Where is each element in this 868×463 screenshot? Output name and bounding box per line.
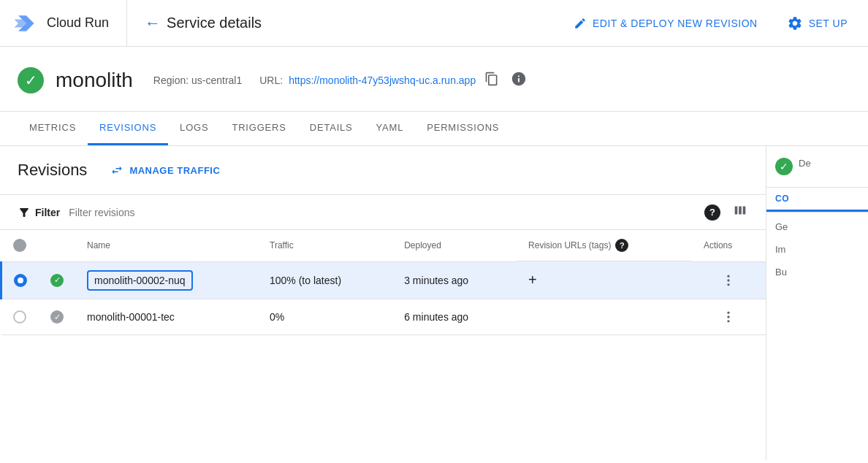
- column-toggle-icon[interactable]: [732, 202, 748, 222]
- traffic-cell-2: 0%: [258, 299, 392, 335]
- deployed-cell-1: 3 minutes ago: [392, 261, 517, 299]
- deployed-cell-2: 6 minutes ago: [392, 299, 517, 335]
- side-tab-co[interactable]: CO: [766, 188, 868, 212]
- service-status-icon: ✓: [18, 67, 44, 93]
- th-revision-urls: Revision URLs (tags) ?: [517, 230, 692, 261]
- nav-brand: Cloud Run: [12, 0, 127, 46]
- side-panel: ✓ De CO Ge Im Bu: [766, 146, 868, 460]
- status-grey-icon-2: ✓: [50, 310, 64, 324]
- svg-point-4: [728, 283, 730, 286]
- revisions-header: Revisions MANAGE TRAFFIC: [0, 146, 766, 195]
- actions-cell-1: [692, 261, 766, 299]
- main-content: Revisions MANAGE TRAFFIC Filter ?: [0, 146, 868, 460]
- pencil-icon: [574, 17, 587, 30]
- back-arrow-icon: ←: [145, 14, 161, 33]
- revision-urls-help-icon[interactable]: ?: [615, 239, 628, 252]
- service-name: monolith: [56, 69, 133, 92]
- filter-bar: Filter ?: [0, 195, 766, 230]
- side-panel-top: ✓ De: [766, 146, 868, 188]
- status-green-icon-1: ✓: [50, 274, 64, 287]
- radio-button-1[interactable]: [14, 274, 27, 287]
- side-items: Ge Im Bu: [766, 213, 868, 286]
- tab-permissions[interactable]: PERMISSIONS: [415, 112, 511, 145]
- filter-input[interactable]: [69, 207, 696, 218]
- brand-label: Cloud Run: [47, 15, 109, 31]
- side-check-icon: ✓: [775, 158, 793, 175]
- service-url-section: URL: https://monolith-47y53jwshq-uc.a.ru…: [259, 68, 530, 93]
- revision-name-cell-1: monolith-00002-nuq: [75, 261, 258, 299]
- cloud-run-logo-icon: [12, 10, 38, 37]
- svg-point-7: [728, 320, 730, 322]
- nav-actions: EDIT & DEPLOY NEW REVISION SET UP: [565, 9, 856, 37]
- service-region: Region: us-central1: [153, 74, 242, 86]
- side-item-bu: Bu: [775, 264, 859, 280]
- url-label: URL:: [259, 74, 283, 86]
- status-cell-2: ✓: [39, 299, 75, 335]
- copy-icon[interactable]: [481, 69, 502, 93]
- svg-point-5: [728, 312, 730, 314]
- th-name: Name: [75, 230, 258, 261]
- radio-cell-1[interactable]: [1, 261, 39, 299]
- filter-label-area: Filter: [18, 206, 60, 219]
- radio-button-2[interactable]: [13, 310, 26, 324]
- page-title: Service details: [167, 15, 262, 31]
- tab-metrics[interactable]: METRICS: [18, 112, 88, 145]
- back-button[interactable]: ← Service details: [127, 14, 279, 33]
- th-deployed: Deployed: [392, 230, 517, 261]
- top-nav: Cloud Run ← Service details EDIT & DEPLO…: [0, 0, 868, 47]
- revision-name-cell-2: monolith-00001-tec: [75, 299, 258, 335]
- th-radio: [1, 230, 39, 261]
- table-row: ✓ monolith-00001-tec 0% 6 minutes ago: [1, 299, 766, 335]
- filter-label: Filter: [35, 207, 60, 218]
- filter-actions: ?: [704, 202, 748, 222]
- svg-point-3: [728, 279, 730, 281]
- add-tag-button-1[interactable]: +: [528, 272, 537, 288]
- revisions-table: Name Traffic Deployed Revision URLs (tag…: [0, 230, 766, 335]
- service-url-link[interactable]: https://monolith-47y53jwshq-uc.a.run.app: [289, 74, 476, 86]
- edit-deploy-button[interactable]: EDIT & DEPLOY NEW REVISION: [565, 11, 766, 36]
- revision-name-1: monolith-00002-nuq: [87, 270, 193, 291]
- tabs-container: METRICS REVISIONS LOGS TRIGGERS DETAILS …: [0, 112, 868, 146]
- revision-name-2: monolith-00001-tec: [87, 311, 175, 323]
- tags-cell-1: +: [517, 261, 692, 299]
- th-actions: Actions: [692, 230, 766, 261]
- tab-yaml[interactable]: YAML: [365, 112, 416, 145]
- setup-button[interactable]: SET UP: [778, 9, 856, 37]
- status-cell-1: ✓: [39, 261, 75, 299]
- side-item-im: Im: [775, 241, 859, 258]
- filter-icon: [18, 206, 31, 219]
- th-traffic: Traffic: [258, 230, 392, 261]
- service-header: ✓ monolith Region: us-central1 URL: http…: [0, 47, 868, 112]
- radio-cell-2[interactable]: [1, 299, 39, 335]
- setup-icon: [787, 15, 803, 31]
- tab-revisions[interactable]: REVISIONS: [88, 112, 168, 145]
- actions-cell-2: [692, 299, 766, 335]
- side-tabs: CO: [766, 188, 868, 213]
- svg-point-6: [728, 315, 730, 318]
- manage-traffic-button[interactable]: MANAGE TRAFFIC: [99, 158, 232, 183]
- swap-icon: [110, 164, 123, 177]
- edit-deploy-label: EDIT & DEPLOY NEW REVISION: [593, 18, 758, 29]
- service-meta: Region: us-central1 URL: https://monolit…: [153, 68, 530, 93]
- tab-details[interactable]: DETAILS: [298, 112, 365, 145]
- manage-traffic-label: MANAGE TRAFFIC: [129, 165, 220, 176]
- traffic-cell-1: 100% (to latest): [258, 261, 392, 299]
- table-row: ✓ monolith-00002-nuq 100% (to latest) 3 …: [1, 261, 766, 299]
- tags-cell-2: [517, 299, 692, 335]
- tab-triggers[interactable]: TRIGGERS: [220, 112, 297, 145]
- more-actions-button-2[interactable]: [704, 310, 754, 324]
- more-actions-button-1[interactable]: [704, 273, 754, 288]
- info-icon[interactable]: [508, 68, 530, 93]
- side-de-label: De: [799, 158, 811, 169]
- filter-help-icon[interactable]: ?: [704, 204, 720, 221]
- setup-label: SET UP: [809, 18, 848, 29]
- side-item-ge: Ge: [775, 218, 859, 235]
- revisions-panel: Revisions MANAGE TRAFFIC Filter ?: [0, 146, 766, 460]
- tab-logs[interactable]: LOGS: [168, 112, 220, 145]
- revisions-title: Revisions: [18, 161, 87, 180]
- svg-point-2: [728, 275, 730, 277]
- th-status: [39, 230, 75, 261]
